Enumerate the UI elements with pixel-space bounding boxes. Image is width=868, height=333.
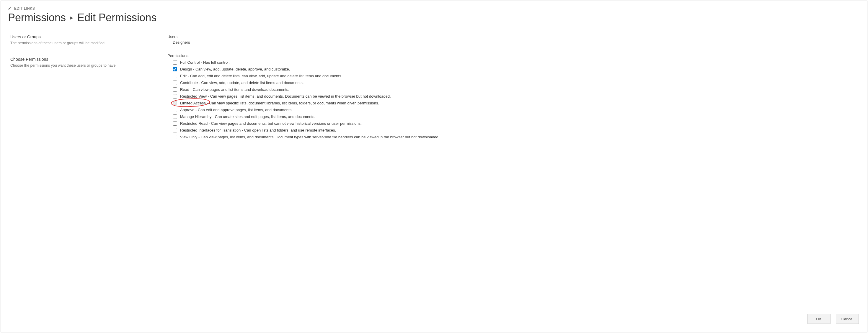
breadcrumb-root[interactable]: Permissions	[8, 11, 66, 24]
permission-row-manage-hierarchy[interactable]: Manage Hierarchy - Can create sites and …	[173, 113, 860, 120]
ok-button[interactable]: OK	[807, 314, 831, 324]
right-column: Users: Designers Permissions: Full Contr…	[167, 34, 860, 140]
users-label: Users:	[167, 34, 860, 39]
footer-buttons: OK Cancel	[807, 314, 859, 324]
section-choose-desc: Choose the permissions you want these us…	[10, 63, 167, 68]
permission-checkbox-edit[interactable]	[173, 74, 177, 78]
section-users-title: Users or Groups	[10, 34, 167, 39]
breadcrumb-current: Edit Permissions	[78, 11, 156, 24]
users-value: Designers	[167, 40, 860, 44]
permission-checkbox-design[interactable]	[173, 67, 177, 71]
permission-checkbox-restricted-interfaces[interactable]	[173, 128, 177, 132]
content-area: Users or Groups The permissions of these…	[8, 34, 860, 140]
permission-checkbox-restricted-read[interactable]	[173, 121, 177, 126]
breadcrumb: Permissions ▸ Edit Permissions	[8, 11, 860, 24]
permission-row-restricted-read[interactable]: Restricted Read - Can view pages and doc…	[173, 120, 860, 127]
permission-label: Design - Can view, add, update, delete, …	[180, 67, 290, 71]
left-column: Users or Groups The permissions of these…	[8, 34, 167, 140]
permission-label: Restricted View - Can view pages, list i…	[180, 94, 391, 98]
permission-row-limited-access: Limited Access - Can view specific lists…	[173, 100, 860, 106]
permission-label: Restricted Read - Can view pages and doc…	[180, 122, 362, 125]
permission-row-full-control[interactable]: Full Control - Has full control.	[173, 59, 860, 66]
permission-checkbox-approve[interactable]	[173, 108, 177, 112]
permission-row-view-only[interactable]: View Only - Can view pages, list items, …	[173, 134, 860, 140]
cancel-button[interactable]: Cancel	[836, 314, 859, 324]
permission-label: Limited Access - Can view specific lists…	[180, 101, 379, 105]
permission-label: Manage Hierarchy - Can create sites and …	[180, 115, 315, 119]
edit-links-bar[interactable]: EDIT LINKS	[8, 6, 860, 11]
permission-row-design[interactable]: Design - Can view, add, update, delete, …	[173, 66, 860, 72]
permission-label: Contribute - Can view, add, update, and …	[180, 81, 304, 85]
permission-row-edit[interactable]: Edit - Can add, edit and delete lists; c…	[173, 72, 860, 79]
chevron-right-icon: ▸	[70, 14, 73, 22]
permission-row-contribute[interactable]: Contribute - Can view, add, update, and …	[173, 79, 860, 86]
permission-row-approve[interactable]: Approve - Can edit and approve pages, li…	[173, 106, 860, 113]
permission-checkbox-view-only[interactable]	[173, 135, 177, 139]
section-choose-title: Choose Permissions	[10, 57, 167, 62]
permission-checkbox-limited-access	[173, 101, 177, 105]
page-container: EDIT LINKS Permissions ▸ Edit Permission…	[1, 1, 867, 332]
permission-label: Edit - Can add, edit and delete lists; c…	[180, 74, 342, 78]
edit-links-label: EDIT LINKS	[14, 6, 35, 11]
permission-label: Read - Can view pages and list items and…	[180, 88, 289, 92]
permission-checkbox-full-control[interactable]	[173, 60, 177, 65]
permission-row-read[interactable]: Read - Can view pages and list items and…	[173, 86, 860, 93]
permission-label: Full Control - Has full control.	[180, 61, 230, 64]
section-users-desc: The permissions of these users or groups…	[10, 41, 167, 45]
permission-label: Approve - Can edit and approve pages, li…	[180, 108, 292, 112]
permission-checkbox-manage-hierarchy[interactable]	[173, 114, 177, 119]
permission-checkbox-restricted-view[interactable]	[173, 94, 177, 99]
permission-checkbox-read[interactable]	[173, 87, 177, 92]
permission-row-restricted-view[interactable]: Restricted View - Can view pages, list i…	[173, 93, 860, 100]
permission-row-restricted-interfaces[interactable]: Restricted Interfaces for Translation - …	[173, 127, 860, 134]
permissions-label: Permissions:	[167, 54, 860, 58]
permission-label: View Only - Can view pages, list items, …	[180, 135, 439, 139]
permission-checkbox-contribute[interactable]	[173, 80, 177, 85]
pencil-icon	[8, 6, 12, 11]
permission-label: Restricted Interfaces for Translation - …	[180, 128, 336, 132]
permissions-list: Full Control - Has full control.Design -…	[167, 59, 860, 140]
